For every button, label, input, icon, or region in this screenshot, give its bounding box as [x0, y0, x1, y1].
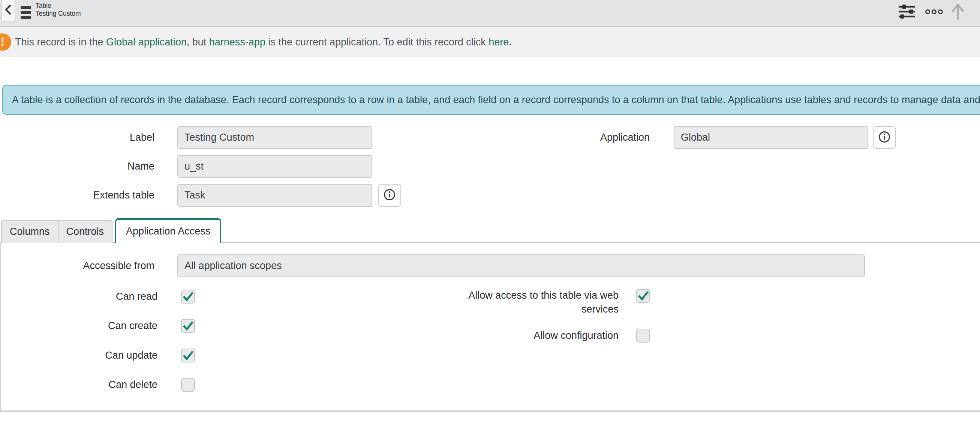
scroll-to-top-arrow-icon[interactable]: [951, 3, 965, 22]
back-button[interactable]: [1, 0, 15, 22]
hamburger-menu-icon[interactable]: [21, 6, 31, 19]
name-field-input[interactable]: [177, 155, 372, 178]
checkmark-icon: [637, 290, 649, 302]
allow-web-services-checkbox[interactable]: [636, 289, 650, 303]
info-icon: [382, 188, 397, 203]
alert-exclamation-icon: !: [0, 33, 11, 51]
can-create-checkbox[interactable]: [181, 319, 195, 333]
harness-app-link[interactable]: harness-app: [209, 37, 266, 48]
record-type-label: Table: [36, 2, 81, 10]
tab-application-access[interactable]: Application Access: [115, 218, 221, 243]
application-field-label: Application: [533, 126, 650, 149]
info-icon: [877, 130, 891, 145]
tab-columns[interactable]: Columns: [1, 220, 59, 243]
extends-table-field-input[interactable]: [177, 184, 372, 207]
can-update-label: Can update: [0, 349, 158, 362]
page-title: Table Testing Custom: [36, 2, 81, 18]
form-tabs: Columns Controls Application Access: [1, 218, 221, 243]
can-delete-checkbox[interactable]: [181, 378, 195, 392]
header-bar: Table Testing Custom: [0, 0, 980, 27]
label-field-input[interactable]: [177, 126, 372, 149]
allow-configuration-label: Allow configuration: [452, 329, 619, 343]
banner-text: A table is a collection of records in th…: [12, 94, 980, 106]
chevron-left-icon: [3, 4, 13, 17]
notice-text: This record is in the Global application…: [15, 37, 512, 48]
application-field-input[interactable]: [674, 126, 868, 149]
checkmark-icon: [182, 291, 194, 303]
application-info-button[interactable]: [873, 126, 896, 149]
table-info-banner: A table is a collection of records in th…: [2, 85, 980, 115]
checkmark-icon: [182, 320, 194, 332]
edit-here-link[interactable]: here: [488, 37, 509, 48]
record-scope-notice: ! This record is in the Global applicati…: [0, 27, 980, 57]
allow-web-services-label: Allow access to this table via web servi…: [444, 289, 619, 316]
can-delete-label: Can delete: [0, 378, 158, 392]
record-name-label: Testing Custom: [36, 10, 81, 18]
label-field-label: Label: [0, 126, 154, 149]
extends-table-info-button[interactable]: [378, 184, 401, 207]
extends-table-field-label: Extends table: [0, 184, 154, 207]
personalize-form-sliders-icon[interactable]: [898, 4, 916, 21]
can-create-label: Can create: [0, 319, 158, 333]
more-options-icon[interactable]: [925, 10, 943, 14]
name-field-label: Name: [0, 155, 154, 178]
checkmark-icon: [182, 350, 194, 362]
accessible-from-label: Accessible from: [0, 254, 154, 277]
allow-configuration-checkbox[interactable]: [636, 329, 650, 343]
global-application-link[interactable]: Global application: [106, 37, 187, 48]
tab-controls[interactable]: Controls: [58, 220, 113, 243]
can-update-checkbox[interactable]: [181, 349, 195, 362]
accessible-from-select[interactable]: All application scopes: [177, 254, 865, 277]
can-read-label: Can read: [0, 290, 158, 303]
can-read-checkbox[interactable]: [181, 290, 195, 303]
accessible-from-value: All application scopes: [185, 260, 282, 272]
